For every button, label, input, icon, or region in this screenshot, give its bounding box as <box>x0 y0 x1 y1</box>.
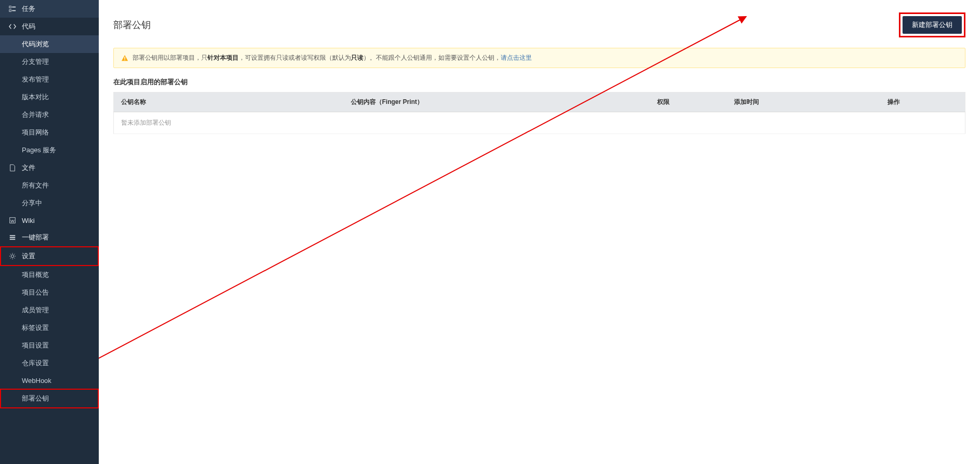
sidebar-label: 版本对比 <box>22 92 49 102</box>
sidebar-label: 项目概览 <box>22 270 49 280</box>
sidebar-item-pages[interactable]: Pages 服务 <box>0 141 99 159</box>
sidebar-label: 分享中 <box>22 198 42 208</box>
create-deploy-key-button[interactable]: 新建部署公钥 <box>903 16 962 34</box>
sidebar-label: 仓库设置 <box>22 359 49 368</box>
sidebar-label: 所有文件 <box>22 181 49 190</box>
sidebar-label: 部署公钥 <box>22 394 49 403</box>
sidebar-item-sharing[interactable]: 分享中 <box>0 194 99 212</box>
table-row-empty: 暂未添加部署公钥 <box>114 112 965 134</box>
main-content: 部署公钥 新建部署公钥 部署公钥用以部署项目，只针对本项目，可设置拥有只读或者读… <box>99 0 980 464</box>
sidebar-label: 设置 <box>22 251 35 261</box>
sidebar-label: 文件 <box>22 163 35 173</box>
sidebar-item-webhook[interactable]: WebHook <box>0 372 99 389</box>
annotation-arrow <box>99 0 980 464</box>
info-alert: 部署公钥用以部署项目，只针对本项目，可设置拥有只读或者读写权限（默认为只读）。不… <box>113 48 965 68</box>
page-title: 部署公钥 <box>113 19 151 31</box>
sidebar-item-files[interactable]: 文件 <box>0 159 99 177</box>
sidebar-label: 发布管理 <box>22 75 49 84</box>
sidebar-label: Wiki <box>22 217 35 224</box>
svg-text:W: W <box>10 219 15 223</box>
highlight-box: 新建部署公钥 <box>899 12 965 37</box>
sidebar-item-all-files[interactable]: 所有文件 <box>0 177 99 194</box>
personal-key-link[interactable]: 请点击这里 <box>501 54 532 61</box>
file-icon <box>8 164 17 172</box>
th-name: 公钥名称 <box>114 92 344 112</box>
sidebar-item-project-settings[interactable]: 项目设置 <box>0 337 99 354</box>
sidebar-item-code[interactable]: 代码 <box>0 18 99 35</box>
svg-rect-0 <box>9 6 11 8</box>
sidebar-item-code-browse[interactable]: 代码浏览 <box>0 35 99 53</box>
deploy-keys-table: 公钥名称 公钥内容（Finger Print） 权限 添加时间 操作 暂未添加部… <box>113 92 965 134</box>
sidebar: 任务 代码 代码浏览 分支管理 发布管理 版本对比 合并请求 项目网络 Page… <box>0 0 99 464</box>
code-icon <box>8 22 17 31</box>
sidebar-item-wiki[interactable]: W Wiki <box>0 212 99 229</box>
svg-rect-11 <box>124 59 125 60</box>
svg-rect-10 <box>124 57 125 59</box>
section-title: 在此项目启用的部署公钥 <box>113 77 965 87</box>
svg-point-9 <box>11 255 14 257</box>
sidebar-item-releases[interactable]: 发布管理 <box>0 71 99 88</box>
sidebar-item-branches[interactable]: 分支管理 <box>0 53 99 71</box>
table-header-row: 公钥名称 公钥内容（Finger Print） 权限 添加时间 操作 <box>114 92 965 112</box>
empty-message: 暂未添加部署公钥 <box>114 112 965 134</box>
wiki-icon: W <box>8 216 17 224</box>
deploy-icon <box>8 233 17 242</box>
sidebar-label: 一键部署 <box>22 233 49 242</box>
sidebar-item-tasks[interactable]: 任务 <box>0 0 99 18</box>
checklist-icon <box>8 5 17 13</box>
sidebar-label: 代码浏览 <box>22 39 49 49</box>
sidebar-item-project-overview[interactable]: 项目概览 <box>0 266 99 284</box>
th-content: 公钥内容（Finger Print） <box>344 92 650 112</box>
sidebar-item-settings[interactable]: 设置 <box>0 246 99 266</box>
alert-text: 部署公钥用以部署项目，只针对本项目，可设置拥有只读或者读写权限（默认为只读）。不… <box>133 54 532 62</box>
sidebar-item-members[interactable]: 成员管理 <box>0 301 99 319</box>
th-action: 操作 <box>880 92 965 112</box>
sidebar-label: 项目公告 <box>22 288 49 297</box>
sidebar-item-project-announce[interactable]: 项目公告 <box>0 284 99 301</box>
sidebar-item-labels[interactable]: 标签设置 <box>0 319 99 337</box>
sidebar-label: 任务 <box>22 4 35 14</box>
sidebar-label: 合并请求 <box>22 110 49 120</box>
warning-icon <box>121 55 128 62</box>
sidebar-item-deploy-keys[interactable]: 部署公钥 <box>0 389 99 408</box>
th-perm: 权限 <box>650 92 726 112</box>
page-header: 部署公钥 新建部署公钥 <box>113 12 965 37</box>
svg-rect-1 <box>9 10 11 12</box>
sidebar-label: Pages 服务 <box>22 145 56 155</box>
sidebar-label: 项目设置 <box>22 341 49 350</box>
sidebar-item-merge-requests[interactable]: 合并请求 <box>0 106 99 124</box>
sidebar-item-network[interactable]: 项目网络 <box>0 124 99 141</box>
sidebar-label: 标签设置 <box>22 323 49 333</box>
sidebar-label: 成员管理 <box>22 306 49 315</box>
sidebar-label: WebHook <box>22 377 51 385</box>
th-time: 添加时间 <box>727 92 880 112</box>
sidebar-label: 分支管理 <box>22 57 49 67</box>
svg-line-13 <box>99 17 746 364</box>
sidebar-item-repo-settings[interactable]: 仓库设置 <box>0 354 99 372</box>
sidebar-item-deploy[interactable]: 一键部署 <box>0 229 99 246</box>
sidebar-label: 项目网络 <box>22 128 49 137</box>
sidebar-label: 代码 <box>22 22 35 31</box>
sidebar-item-diff[interactable]: 版本对比 <box>0 88 99 106</box>
gear-icon <box>8 252 17 260</box>
